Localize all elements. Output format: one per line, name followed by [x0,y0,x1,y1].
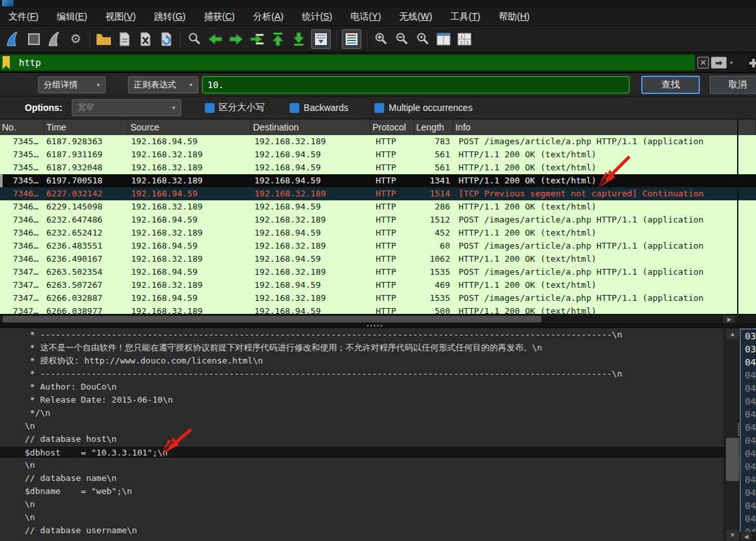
menu-item-f[interactable]: 文件(F) [3,8,44,25]
hscrollbar-right-arrow-icon[interactable]: ▶ [723,315,735,323]
find-button[interactable]: 查找 [641,76,700,94]
cancel-button[interactable]: 取消 [710,76,756,94]
packet-row[interactable]: 7347…6266.032887192.168.94.59192.168.32.… [0,292,756,305]
stream-line: \n [0,420,724,433]
packet-row[interactable]: 7345…6187.932048192.168.32.189192.168.94… [0,161,756,174]
zoom-out-magnifier-icon[interactable] [393,31,410,48]
go-forward-arrow-icon[interactable] [228,31,245,48]
display-filter-input[interactable]: http [0,54,695,71]
find-scope-combo[interactable]: 分组详情 ▾ [38,76,106,93]
cell-time: 6187.928363 [44,135,129,148]
stop-capture-icon[interactable] [25,31,42,48]
column-header-time[interactable]: Time [44,119,129,135]
menu-item-c[interactable]: 捕获(C) [198,8,241,25]
menu-item-v[interactable]: 视图(V) [100,8,142,25]
hexscroll-left-arrow-icon[interactable]: ◀ [741,533,751,540]
go-to-packet-icon[interactable] [249,31,265,48]
menu-item-a[interactable]: 分析(A) [247,8,290,25]
column-header-no[interactable]: No. [0,119,44,135]
open-file-folder-icon[interactable] [95,31,112,48]
cell-no: 7347… [0,279,44,292]
packet-row[interactable]: 7345…6197.700518192.168.32.189192.168.94… [0,174,756,187]
cell-src: 192.168.32.189 [129,305,251,314]
cell-dst: 192.168.94.59 [251,226,370,240]
colorize-toggle-icon[interactable] [342,29,361,49]
find-query-input[interactable]: 10. [202,76,629,93]
multiple-occurrences-option[interactable]: Multiple occurrences [374,102,472,113]
zoom-reset-magnifier-icon[interactable] [414,31,431,48]
resize-columns-table-icon[interactable] [435,31,452,48]
case-sensitive-checkbox[interactable] [205,103,215,113]
menu-item-w[interactable]: 无线(W) [393,8,438,25]
column-header-protocol[interactable]: Protocol [370,119,414,135]
cell-time: 6187.931169 [44,148,129,161]
menu-item-e[interactable]: 编辑(E) [51,8,93,25]
vscroll-down-arrow-icon[interactable]: ▼ [726,530,739,540]
close-file-icon[interactable] [137,31,154,48]
find-match-type-combo[interactable]: 正则表达式 ▾ [128,76,198,93]
vscrollbar-thumb[interactable] [726,438,739,481]
hex-bytes-panel[interactable]: 03030404040404040404040404040404 [740,328,756,532]
save-file-icon[interactable] [116,31,133,48]
display-filter-bar: http ✕ ➡ ▾ ✚ [0,52,756,73]
stream-line: $dbname = "web";\n [0,485,724,498]
cell-src: 192.168.94.59 [129,135,251,148]
cell-time: 6266.038977 [44,305,129,314]
packet-row[interactable]: 7346…6232.647486192.168.94.59192.168.32.… [0,213,756,226]
menu-item-y[interactable]: 电话(Y) [344,8,387,25]
menu-item-t[interactable]: 工具(T) [445,8,487,25]
packet-list: 7345…6187.928363192.168.94.59192.168.32.… [0,135,756,314]
go-back-arrow-icon[interactable] [207,31,224,48]
start-capture-fin-icon[interactable] [5,31,22,48]
backwards-checkbox[interactable] [290,103,299,113]
filter-bookmark-icon[interactable] [3,56,10,69]
filter-clear-icon[interactable]: ✕ [697,57,709,69]
packet-row[interactable]: 7347…6263.507267192.168.32.189192.168.94… [0,279,756,292]
cell-src: 192.168.32.189 [129,226,251,240]
char-width-combo[interactable]: 宽窄 ▾ [72,99,181,116]
filter-apply-arrow-icon[interactable]: ➡ [711,57,727,69]
cell-time: 6236.490167 [44,253,129,266]
reload-file-icon[interactable] [158,31,175,48]
menu-item-g[interactable]: 跳转(G) [148,8,191,25]
packet-row[interactable]: 7346…6227.032142192.168.94.59192.168.32.… [0,187,756,200]
column-header-destination[interactable]: Destination [251,119,370,135]
packet-row[interactable]: 7345…6187.928363192.168.94.59192.168.32.… [0,135,756,148]
column-header-length[interactable]: Length [414,119,453,135]
packet-row[interactable]: 7346…6236.483551192.168.94.59192.168.32.… [0,240,756,253]
cell-time: 6197.700518 [44,174,129,187]
packet-list-hscrollbar[interactable]: ▶ [0,314,756,323]
find-packet-magnifier-icon[interactable] [186,31,203,48]
packet-row[interactable]: 7346…6236.490167192.168.32.189192.168.94… [0,253,756,266]
pane-splitter[interactable]: ▪▪▪▪▪ [0,323,756,328]
cell-dst: 192.168.32.189 [251,213,370,226]
menu-item-h[interactable]: 帮助(H) [493,8,536,25]
menu-item-s[interactable]: 统计(S) [296,8,339,25]
capture-options-gear-icon[interactable]: ⚙ [67,31,84,48]
stream-text-pane[interactable]: * --------------------------------------… [0,328,724,541]
backwards-option[interactable]: Backwards [290,102,348,113]
restart-capture-fin-icon[interactable] [46,31,63,48]
filter-dropdown-caret-icon[interactable]: ▾ [730,59,733,66]
go-first-packet-icon[interactable] [269,31,286,48]
filter-add-plus-icon[interactable]: ✚ [749,57,756,70]
column-header-info[interactable]: Info [453,119,756,135]
hscrollbar-thumb[interactable] [3,316,541,322]
go-last-packet-icon[interactable] [290,31,307,48]
packet-row[interactable]: 7347…6266.038977192.168.32.189192.168.94… [0,305,756,314]
packet-row[interactable]: 7346…6232.652412192.168.32.189192.168.94… [0,226,756,240]
packet-row[interactable]: 7346…6229.145098192.168.32.189192.168.94… [0,200,756,213]
column-layout-table-icon[interactable]: 123 [456,31,473,48]
splitter-handle[interactable]: ▪▪▪▪▪ [367,324,390,327]
packet-row[interactable]: 7345…6187.931169192.168.32.189192.168.94… [0,148,756,161]
vscroll-up-arrow-icon[interactable]: ▲ [726,329,739,339]
packet-row[interactable]: 7347…6263.502354192.168.94.59192.168.32.… [0,266,756,279]
hex-offset-value: 04 [741,473,756,486]
zoom-in-magnifier-icon[interactable] [372,31,389,48]
multiple-occurrences-checkbox[interactable] [374,103,384,113]
column-header-source[interactable]: Source [129,119,251,135]
case-sensitive-option[interactable]: 区分大小写 [205,102,265,114]
auto-scroll-toggle-icon[interactable] [311,29,331,49]
cell-src: 192.168.32.189 [129,279,251,292]
toolbar-separator [89,31,90,47]
